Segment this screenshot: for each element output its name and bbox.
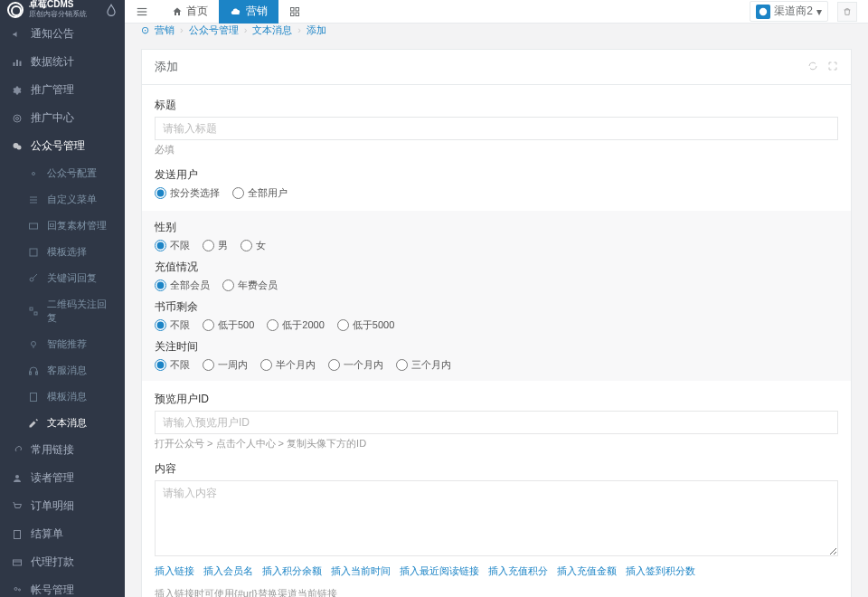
nav-promo-center[interactable]: 推广中心 bbox=[0, 104, 125, 132]
svg-rect-34 bbox=[291, 7, 295, 11]
crumb-marketing[interactable]: 营销 bbox=[155, 24, 175, 37]
svg-rect-13 bbox=[30, 249, 37, 256]
nav-stats[interactable]: 数据统计 bbox=[0, 48, 125, 76]
nav-template-select[interactable]: 模板选择 bbox=[0, 239, 125, 265]
svg-point-23 bbox=[15, 475, 19, 479]
title-help: 必填 bbox=[155, 143, 838, 156]
user-label: 渠道商2 bbox=[774, 4, 813, 19]
nav-common-links[interactable]: 常用链接 bbox=[0, 436, 125, 464]
fullscreen-icon[interactable] bbox=[827, 61, 838, 74]
sidebar: 卓莓CDMS 原创内容分销系统 通知公告 数据统计 推广管理 推广中心 公众号管… bbox=[0, 0, 125, 597]
nav-promo-manage[interactable]: 推广管理 bbox=[0, 76, 125, 104]
content-textarea[interactable] bbox=[155, 480, 838, 556]
crumb-textmsg[interactable]: 文本消息 bbox=[252, 24, 292, 37]
svg-point-18 bbox=[32, 341, 36, 346]
bulb-icon bbox=[27, 338, 40, 351]
nav-template-msg[interactable]: 模板消息 bbox=[0, 384, 125, 410]
pin-icon: ⊙ bbox=[141, 24, 149, 36]
crumb-wechat[interactable]: 公众号管理 bbox=[189, 24, 239, 37]
title-input[interactable] bbox=[155, 117, 838, 140]
refresh-icon[interactable] bbox=[807, 61, 818, 74]
svg-rect-2 bbox=[20, 61, 22, 66]
insert-points-balance[interactable]: 插入积分余额 bbox=[262, 564, 322, 578]
radio-send-category[interactable]: 按分类选择 bbox=[155, 186, 220, 200]
nav-custom-menu[interactable]: 自定义菜单 bbox=[0, 186, 125, 213]
tab-apps[interactable] bbox=[278, 0, 311, 24]
nav-notice[interactable]: 通知公告 bbox=[0, 20, 125, 48]
radio-follow-3month[interactable]: 三个月内 bbox=[396, 358, 451, 372]
svg-rect-12 bbox=[30, 223, 38, 229]
radio-gender-f[interactable]: 女 bbox=[241, 239, 266, 252]
tab-marketing[interactable]: 营销 bbox=[219, 0, 278, 24]
nav-agent-pay[interactable]: 代理打款 bbox=[0, 548, 125, 576]
brand-name: 卓莓CDMS bbox=[29, 0, 87, 9]
insert-link[interactable]: 插入链接 bbox=[155, 564, 194, 578]
avatar-icon bbox=[756, 5, 770, 19]
radio-follow-month[interactable]: 一个月内 bbox=[328, 358, 383, 372]
svg-point-14 bbox=[30, 278, 33, 281]
radio-coin-any[interactable]: 不限 bbox=[155, 318, 190, 332]
cart-icon bbox=[11, 500, 24, 513]
user-menu[interactable]: 渠道商2 ▾ bbox=[750, 1, 828, 22]
insert-recharge-amount[interactable]: 插入充值金额 bbox=[557, 564, 617, 578]
qr-icon bbox=[27, 305, 40, 317]
radio-coin-2000[interactable]: 低于2000 bbox=[267, 318, 324, 332]
svg-rect-24 bbox=[14, 530, 21, 538]
title-label: 标题 bbox=[155, 98, 838, 113]
svg-rect-0 bbox=[14, 62, 15, 66]
radio-follow-week[interactable]: 一周内 bbox=[203, 358, 248, 372]
svg-point-38 bbox=[760, 7, 767, 14]
preview-id-input[interactable] bbox=[155, 411, 838, 434]
users-icon bbox=[11, 584, 24, 597]
radio-follow-halfmonth[interactable]: 半个月内 bbox=[260, 358, 316, 372]
coin-label: 书币剩余 bbox=[155, 299, 838, 315]
svg-point-4 bbox=[14, 115, 21, 122]
radio-coin-500[interactable]: 低于500 bbox=[203, 318, 254, 332]
radio-recharge-all[interactable]: 全部会员 bbox=[155, 279, 210, 292]
nav-wechat-manage[interactable]: 公众号管理 bbox=[0, 132, 125, 160]
svg-rect-37 bbox=[296, 13, 299, 16]
radio-gender-any[interactable]: 不限 bbox=[155, 239, 190, 252]
nav-wechat-config[interactable]: 公众号配置 bbox=[0, 160, 125, 186]
folder-icon bbox=[27, 220, 40, 232]
cog-icon bbox=[27, 167, 40, 180]
nav-reader-manage[interactable]: 读者管理 bbox=[0, 464, 125, 492]
insert-current-time[interactable]: 插入当前时间 bbox=[331, 564, 391, 578]
nav-customer-msg[interactable]: 客服消息 bbox=[0, 357, 125, 384]
topbar: 首页 营销 渠道商2 ▾ bbox=[125, 0, 868, 24]
nav-text-msg[interactable]: 文本消息 bbox=[0, 410, 125, 436]
nav-keyword-reply[interactable]: 关键词回复 bbox=[0, 265, 125, 291]
nav-account-manage[interactable]: 帐号管理 bbox=[0, 576, 125, 597]
content-label: 内容 bbox=[155, 461, 838, 477]
svg-rect-25 bbox=[14, 560, 22, 565]
logo-icon bbox=[7, 2, 24, 18]
svg-point-27 bbox=[14, 587, 17, 590]
radio-recharge-year[interactable]: 年费会员 bbox=[222, 279, 278, 292]
menu-toggle-icon[interactable] bbox=[136, 5, 148, 18]
radio-follow-any[interactable]: 不限 bbox=[155, 358, 190, 372]
insert-member-name[interactable]: 插入会员名 bbox=[203, 564, 253, 578]
svg-point-8 bbox=[33, 172, 35, 175]
nav-reply-material[interactable]: 回复素材管理 bbox=[0, 213, 125, 239]
insert-signin-points[interactable]: 插入签到积分数 bbox=[626, 564, 695, 578]
receipt-icon bbox=[11, 528, 24, 541]
radio-coin-5000[interactable]: 低于5000 bbox=[337, 318, 394, 332]
crumb-add[interactable]: 添加 bbox=[307, 24, 326, 37]
nav-order-detail[interactable]: 订单明细 bbox=[0, 492, 125, 520]
svg-point-7 bbox=[17, 145, 22, 149]
nav-settlement[interactable]: 结算单 bbox=[0, 520, 125, 548]
insert-recent-read-link[interactable]: 插入最近阅读链接 bbox=[400, 564, 479, 578]
insert-recharge-points[interactable]: 插入充值积分 bbox=[488, 564, 548, 578]
water-drop-icon[interactable] bbox=[105, 4, 118, 16]
tab-home[interactable]: 首页 bbox=[161, 0, 219, 24]
panel-title: 添加 bbox=[155, 59, 178, 75]
radio-send-all[interactable]: 全部用户 bbox=[232, 186, 288, 200]
svg-line-15 bbox=[33, 274, 38, 279]
svg-rect-36 bbox=[291, 13, 295, 16]
template-icon bbox=[27, 246, 40, 259]
radio-gender-m[interactable]: 男 bbox=[203, 239, 228, 252]
nav-qr-follow-reply[interactable]: 二维码关注回复 bbox=[0, 291, 125, 331]
nav-smart-recommend[interactable]: 智能推荐 bbox=[0, 331, 125, 357]
trash-button[interactable] bbox=[837, 2, 857, 22]
sidebar-menu: 通知公告 数据统计 推广管理 推广中心 公众号管理 公众号配置 自定义菜单 回复… bbox=[0, 20, 125, 597]
